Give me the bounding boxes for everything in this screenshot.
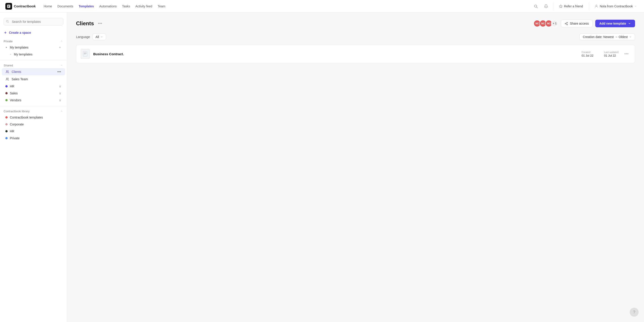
svg-rect-3 bbox=[8, 6, 9, 7]
library-section-header: Contractbook library bbox=[0, 108, 67, 114]
sales-team-icon bbox=[5, 77, 10, 81]
template-name: Business Contract. bbox=[93, 52, 578, 56]
add-my-templates-button[interactable] bbox=[58, 46, 62, 49]
sidebar-item-my-templates-group[interactable]: My templates bbox=[2, 44, 65, 51]
nav-team[interactable]: Team bbox=[158, 4, 165, 8]
nav-home[interactable]: Home bbox=[44, 4, 52, 8]
sidebar-item-sales[interactable]: Sales ♛ bbox=[2, 90, 65, 96]
hr-crown-icon: ♛ bbox=[59, 85, 62, 88]
svg-line-22 bbox=[566, 23, 567, 23]
language-select[interactable]: All bbox=[92, 34, 106, 40]
search-icon bbox=[6, 20, 9, 24]
filters-row: Language All Creation date: Newest → Old… bbox=[76, 34, 635, 40]
app-logo[interactable]: Contractbook bbox=[5, 3, 36, 10]
language-label: Language bbox=[76, 35, 90, 39]
my-templates-group-label: My templates bbox=[10, 46, 56, 49]
sidebar-item-clients[interactable]: Clients ••• bbox=[2, 68, 65, 75]
section-divider-2 bbox=[0, 106, 67, 106]
created-label: Created: bbox=[582, 51, 594, 54]
shared-section: Shared Clients ••• Sales bbox=[0, 62, 67, 104]
vendors-dot bbox=[5, 99, 8, 101]
cb-templates-label: Contractbook templates bbox=[10, 116, 62, 119]
language-value: All bbox=[96, 35, 99, 39]
create-space-label: Create a space bbox=[9, 31, 31, 34]
table-row[interactable]: Business Contract. Created: 01 Jul 22 La… bbox=[76, 45, 635, 63]
header-right: NC NC NC + 1 Share access Add new templa… bbox=[534, 20, 635, 27]
create-space-button[interactable]: Create a space bbox=[0, 29, 67, 38]
template-more-button[interactable]: ••• bbox=[622, 51, 630, 57]
library-section: Contractbook library Contractbook templa… bbox=[0, 108, 67, 142]
updated-value: 01 Jul 22 bbox=[604, 54, 619, 57]
my-templates-expand-button[interactable] bbox=[5, 46, 8, 48]
user-menu-button[interactable]: Nola from Contractbook bbox=[592, 3, 639, 10]
avatar-count: + 1 bbox=[551, 20, 558, 27]
private-section-header: Private bbox=[0, 38, 67, 44]
shared-label: Shared bbox=[4, 64, 13, 67]
add-new-template-button[interactable]: Add new template bbox=[595, 20, 635, 27]
my-templates-sub-expand-button[interactable] bbox=[10, 54, 12, 55]
svg-rect-2 bbox=[8, 6, 10, 6]
sort-select[interactable]: Creation date: Newest → Oldest bbox=[580, 34, 635, 40]
template-list: Business Contract. Created: 01 Jul 22 La… bbox=[76, 45, 635, 63]
sales-team-label: Sales Team bbox=[12, 77, 62, 81]
svg-marker-6 bbox=[560, 5, 562, 8]
refer-friend-label: Refer a friend bbox=[564, 4, 583, 8]
sales-dot bbox=[5, 92, 8, 94]
clients-more-button[interactable]: ••• bbox=[57, 70, 62, 74]
sidebar-item-cb-templates[interactable]: Contractbook templates bbox=[2, 114, 65, 121]
sidebar-item-corporate[interactable]: Corporate bbox=[2, 121, 65, 128]
private-library-label: Private bbox=[10, 136, 62, 140]
svg-point-16 bbox=[6, 71, 8, 72]
nav-activity-feed[interactable]: Activity feed bbox=[136, 4, 152, 8]
clients-actions: ••• bbox=[57, 70, 62, 74]
title-more-button[interactable]: ••• bbox=[96, 20, 104, 27]
share-access-button[interactable]: Share access bbox=[561, 20, 592, 27]
sidebar-item-sales-team[interactable]: Sales Team bbox=[2, 76, 65, 83]
sidebar-item-my-templates[interactable]: My templates bbox=[2, 51, 65, 58]
updated-meta: Last updated: 01 Jul 22 bbox=[604, 51, 619, 57]
nav-links: Home Documents Templates Automations Tas… bbox=[44, 4, 533, 8]
library-collapse-button[interactable] bbox=[60, 109, 63, 113]
svg-point-7 bbox=[596, 5, 597, 6]
nav-right: Refer a friend Nola from Contractbook bbox=[532, 3, 639, 10]
corporate-dot bbox=[5, 123, 8, 126]
nav-automations[interactable]: Automations bbox=[99, 4, 117, 8]
avatars-group: NC NC NC + 1 bbox=[534, 20, 558, 27]
private-library-dot bbox=[5, 137, 8, 139]
cb-templates-dot bbox=[5, 116, 8, 118]
template-meta: Created: 01 Jul 22 Last updated: 01 Jul … bbox=[582, 51, 619, 57]
sidebar-item-vendors[interactable]: Vendors ♛ bbox=[2, 97, 65, 104]
refer-friend-button[interactable]: Refer a friend bbox=[557, 3, 585, 10]
sidebar-item-hr-library[interactable]: HR bbox=[2, 128, 65, 134]
clients-icon bbox=[5, 70, 10, 74]
notifications-button[interactable] bbox=[543, 3, 550, 10]
hr-library-label: HR bbox=[10, 130, 62, 133]
hr-library-dot bbox=[5, 130, 8, 132]
sidebar-item-private-library[interactable]: Private bbox=[2, 135, 65, 142]
svg-point-17 bbox=[6, 78, 8, 79]
language-filter: Language All bbox=[76, 34, 106, 40]
help-button[interactable]: ? bbox=[630, 308, 639, 317]
help-icon: ? bbox=[633, 310, 635, 314]
svg-rect-23 bbox=[83, 52, 87, 56]
sort-label: Creation date: Newest → Oldest bbox=[583, 35, 628, 39]
private-label: Private bbox=[4, 40, 12, 43]
svg-point-18 bbox=[567, 22, 568, 23]
private-collapse-button[interactable] bbox=[60, 39, 63, 43]
hr-dot bbox=[5, 85, 8, 88]
shared-collapse-button[interactable] bbox=[60, 64, 63, 67]
nav-divider-2 bbox=[589, 3, 589, 10]
sidebar-item-hr[interactable]: HR ♛ bbox=[2, 83, 65, 90]
corporate-label: Corporate bbox=[10, 122, 62, 126]
library-label: Contractbook library bbox=[4, 110, 30, 113]
nav-documents[interactable]: Documents bbox=[58, 4, 73, 8]
nav-templates[interactable]: Templates bbox=[79, 4, 94, 8]
nav-tasks[interactable]: Tasks bbox=[122, 4, 130, 8]
search-input[interactable] bbox=[4, 18, 63, 26]
svg-line-5 bbox=[537, 7, 538, 8]
search-button[interactable] bbox=[532, 3, 539, 10]
clients-label: Clients bbox=[12, 70, 54, 74]
hr-label: HR bbox=[10, 84, 56, 88]
svg-rect-1 bbox=[8, 5, 10, 6]
updated-label: Last updated: bbox=[604, 51, 619, 54]
